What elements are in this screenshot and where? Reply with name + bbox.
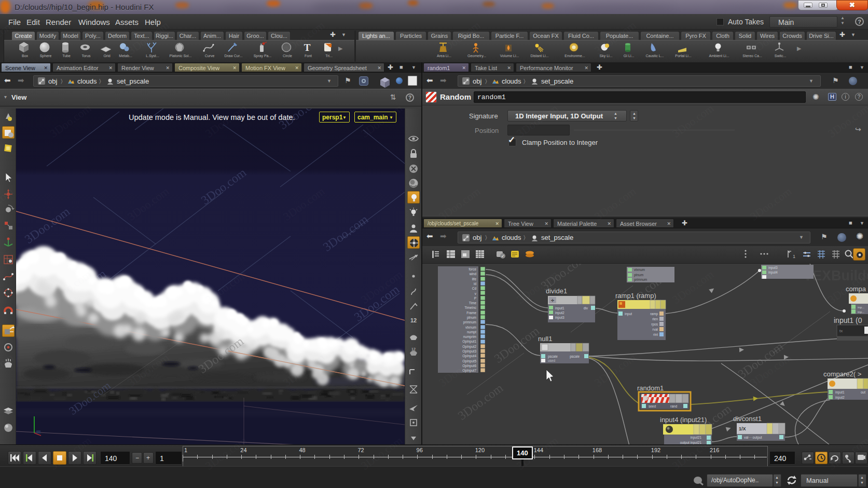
svg-text:OpInput7: OpInput7 [462, 369, 476, 373]
svg-text:input4: input4 [768, 270, 778, 275]
svg-text:seed: seed [649, 404, 656, 408]
svg-text:OpInput4: OpInput4 [462, 354, 476, 358]
svg-text:OpInput2: OpInput2 [462, 345, 476, 349]
svg-text:pscale: pscale [548, 355, 558, 359]
svg-text:compa: compa [846, 285, 866, 293]
svg-text:divide1: divide1 [546, 287, 567, 295]
svg-text:ramp1 (ramp): ramp1 (ramp) [615, 292, 656, 300]
svg-text:compare2( >: compare2( > [823, 370, 861, 378]
svg-text:input21: input21 [691, 436, 702, 440]
svg-text:input3: input3 [768, 266, 778, 270]
svg-text:input1 (0: input1 (0 [834, 316, 862, 324]
svg-text:ramp: ramp [650, 312, 658, 316]
svg-text:life: life [472, 277, 477, 281]
svg-text:output input21: output input21 [680, 441, 702, 444]
svg-text:inp...: inp... [858, 310, 864, 314]
svg-text:vtxnum: vtxnum [634, 268, 645, 272]
svg-text:input3: input3 [555, 316, 564, 320]
svg-text:tx: tx [839, 329, 843, 333]
svg-text:input1: input1 [835, 390, 845, 395]
svg-text:rval: rval [653, 328, 658, 331]
svg-text:primnum: primnum [634, 278, 647, 282]
svg-text:OpInput6: OpInput6 [462, 364, 476, 368]
svg-text:pscale: pscale [570, 355, 580, 359]
svg-text:OpInput5: OpInput5 [462, 359, 476, 363]
svg-text:12: 12 [410, 317, 417, 323]
svg-text:ptnum: ptnum [634, 273, 643, 277]
svg-text:ptnum: ptnum [467, 316, 476, 320]
svg-text:rpos: rpos [651, 322, 658, 327]
svg-text:rand: rand [670, 404, 677, 408]
svg-text:rlen: rlen [652, 317, 658, 321]
svg-text:OpInput1: OpInput1 [462, 340, 476, 344]
svg-text:numpt: numpt [467, 330, 476, 334]
svg-text:div: div [584, 306, 588, 310]
svg-text:input4 (input21): input4 (input21) [660, 416, 707, 424]
svg-text:TimeInc: TimeInc [464, 306, 477, 309]
svg-text:1: 1 [793, 254, 795, 259]
svg-text:wind: wind [469, 272, 477, 276]
svg-text:primnum: primnum [463, 320, 476, 324]
svg-text:input2: input2 [555, 311, 564, 315]
svg-text:12: 12 [411, 347, 416, 351]
svg-text:input1: input1 [555, 306, 564, 310]
svg-text:vtxnum: vtxnum [465, 326, 476, 329]
svg-text:random1: random1 [637, 384, 664, 392]
svg-text:÷: ÷ [551, 297, 554, 303]
svg-text:✓: ✓ [501, 254, 505, 259]
svg-text:inp...: inp... [858, 306, 864, 309]
svg-text:rint: rint [653, 333, 658, 336]
svg-text:input2: input2 [835, 396, 845, 400]
svg-text:out: out [861, 390, 865, 394]
svg-text:numprim: numprim [463, 335, 476, 339]
svg-text:force: force [469, 267, 477, 271]
svg-text:Cd: Cd [472, 287, 477, 290]
svg-text:Time: Time [469, 301, 477, 305]
svg-text:divconst1: divconst1 [733, 415, 762, 423]
svg-text:id: id [474, 282, 476, 286]
svg-text:1/X: 1/X [739, 426, 746, 431]
svg-text:val··· output: val··· output [744, 436, 762, 440]
svg-text:T: T [304, 42, 311, 53]
svg-text:input: input [625, 312, 632, 316]
svg-text:OpInput3: OpInput3 [462, 349, 476, 354]
svg-text:used: used [548, 359, 555, 362]
svg-text:Frame: Frame [466, 311, 476, 315]
svg-text:null1: null1 [538, 335, 552, 343]
svg-text:P: P [474, 296, 476, 300]
